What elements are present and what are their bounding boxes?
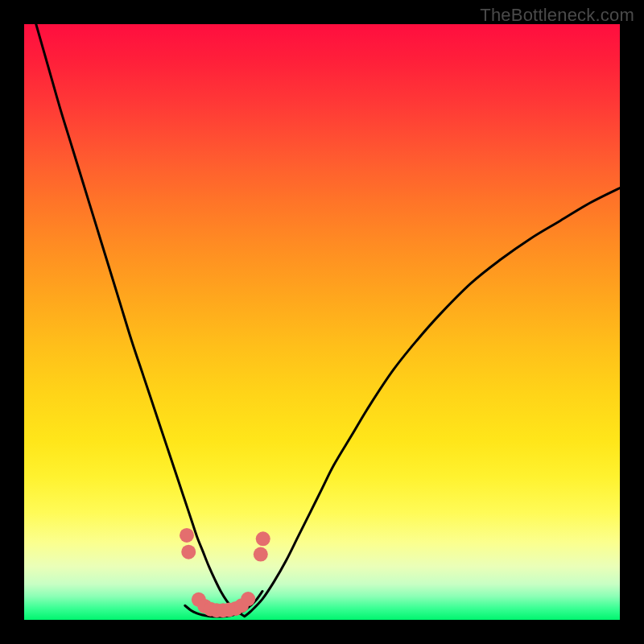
marker-dot — [241, 592, 255, 606]
chart-frame: TheBottleneck.com — [0, 0, 644, 644]
curve-layer — [36, 24, 620, 617]
brand-watermark: TheBottleneck.com — [480, 5, 634, 26]
curve-right-curve — [245, 188, 620, 617]
chart-svg — [24, 24, 620, 620]
plot-area — [24, 24, 620, 620]
marker-dot — [256, 531, 270, 546]
marker-dot — [254, 547, 268, 562]
curve-left-curve — [36, 24, 245, 617]
marker-dot — [180, 528, 194, 543]
marker-dot — [181, 545, 196, 559]
